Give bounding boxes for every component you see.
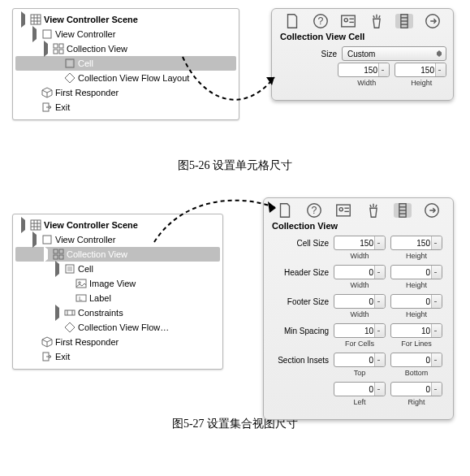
size-select[interactable]: Custom: [342, 46, 446, 61]
tree-row[interactable]: Cell: [15, 262, 220, 276]
sub-label: Width: [334, 252, 386, 260]
value-stepper[interactable]: 150: [390, 236, 442, 250]
tree-row[interactable]: Collection View Flow Layout: [15, 71, 236, 85]
tree-row[interactable]: Cell: [15, 56, 236, 71]
size-group-row: Min Spacing1010: [270, 323, 446, 338]
height-sublabel: Height: [397, 79, 447, 87]
sub-label: Top: [334, 369, 386, 377]
cube-icon: [41, 87, 53, 98]
figure-caption-1: 图5-26 设置单元格尺寸: [8, 158, 462, 173]
tree-row-label: Label: [89, 293, 111, 303]
svg-point-58: [340, 208, 343, 211]
tree-row[interactable]: LLabel: [15, 291, 220, 305]
sub-label: Width: [334, 281, 386, 289]
outline-panel: View Controller SceneView ControllerColl…: [12, 8, 239, 120]
exit-icon: [41, 351, 53, 362]
svg-rect-20: [342, 15, 356, 27]
group-label: Section Insets: [270, 356, 330, 365]
tree-row[interactable]: First Responder: [15, 335, 220, 349]
value-stepper[interactable]: 10: [334, 323, 386, 338]
disclosure-triangle-icon[interactable]: [21, 11, 25, 28]
figure-5-27: View Controller SceneView ControllerColl…: [8, 197, 462, 400]
collection-icon: [53, 249, 64, 260]
value-stepper[interactable]: 0: [390, 265, 442, 279]
svg-line-52: [47, 340, 52, 342]
value-stepper[interactable]: 10: [390, 323, 442, 338]
size-label: Size: [278, 50, 338, 58]
tab-attrs[interactable]: [364, 203, 382, 218]
vc-icon: [41, 28, 53, 40]
tree-row[interactable]: Constraints: [15, 305, 220, 320]
flow-icon: [64, 322, 75, 333]
svg-rect-5: [43, 30, 51, 38]
tab-size[interactable]: [394, 203, 412, 218]
tab-connections[interactable]: [423, 203, 441, 218]
svg-marker-49: [65, 322, 75, 332]
tree-row-label: Image View: [89, 279, 136, 288]
tab-attrs[interactable]: [368, 14, 386, 28]
constraints-icon: [64, 307, 75, 318]
disclosure-triangle-icon[interactable]: [32, 26, 37, 42]
tree-row[interactable]: View Controller Scene: [15, 218, 220, 232]
value-stepper[interactable]: 0: [390, 294, 442, 309]
tree-row[interactable]: View Controller Scene: [15, 12, 236, 27]
svg-rect-41: [67, 266, 72, 271]
value-stepper[interactable]: 0: [334, 382, 386, 396]
tree-row[interactable]: View Controller: [15, 232, 220, 247]
tree-row-label: Collection View Flow Layout: [78, 73, 189, 83]
svg-line-51: [42, 340, 47, 342]
tree-row[interactable]: Collection View: [15, 41, 236, 56]
collection-icon: [53, 43, 64, 54]
group-label: Cell Size: [270, 239, 330, 248]
height-stepper[interactable]: 150: [395, 63, 446, 77]
tree-row[interactable]: Exit: [15, 349, 220, 364]
outline-panel-2: View Controller SceneView ControllerColl…: [12, 214, 223, 370]
svg-point-21: [344, 19, 347, 22]
svg-rect-7: [59, 44, 63, 48]
disclosure-triangle-icon[interactable]: [55, 305, 59, 321]
svg-rect-8: [54, 50, 58, 54]
value-stepper[interactable]: 0: [390, 382, 442, 396]
svg-rect-37: [59, 249, 63, 253]
tab-identity[interactable]: [339, 14, 357, 28]
value-stepper[interactable]: 0: [334, 294, 386, 309]
disclosure-triangle-icon[interactable]: [44, 246, 48, 262]
value-stepper[interactable]: 150: [334, 236, 386, 250]
tab-size[interactable]: [395, 14, 413, 28]
sub-label: Left: [334, 398, 386, 406]
size-group-row: Section Insets00: [270, 353, 446, 367]
disclosure-triangle-icon[interactable]: [21, 217, 25, 233]
outline-rows: View Controller SceneView ControllerColl…: [15, 12, 236, 115]
tab-connections[interactable]: [424, 14, 442, 28]
disclosure-triangle-icon[interactable]: [44, 41, 48, 57]
tree-row[interactable]: First Responder: [15, 85, 236, 100]
sub-label: Height: [390, 310, 442, 318]
tab-help[interactable]: ?: [305, 203, 323, 218]
tab-file[interactable]: [283, 14, 301, 28]
disclosure-triangle-icon[interactable]: [55, 261, 59, 277]
value-stepper[interactable]: 0: [334, 265, 386, 279]
tree-row[interactable]: Collection View Flow…: [15, 320, 220, 335]
dim-row: 150 150: [278, 63, 446, 77]
tree-row[interactable]: Collection View: [15, 247, 220, 262]
value-stepper[interactable]: 0: [334, 353, 386, 367]
value-stepper[interactable]: 0: [390, 353, 442, 367]
cell-icon: [64, 58, 75, 69]
tab-help[interactable]: ?: [312, 14, 330, 28]
tree-row[interactable]: Exit: [15, 100, 236, 115]
tab-identity[interactable]: [334, 203, 352, 218]
tree-row[interactable]: View Controller: [15, 27, 236, 41]
scene-icon: [30, 219, 41, 231]
image-icon: [75, 278, 87, 289]
disclosure-triangle-icon[interactable]: [32, 232, 37, 248]
svg-text:?: ?: [312, 205, 317, 216]
tree-row-label: First Responder: [55, 88, 119, 97]
tree-row[interactable]: Image View: [15, 276, 220, 291]
sub-label: For Lines: [390, 340, 442, 348]
width-stepper[interactable]: 150: [338, 63, 390, 77]
sub-label: Height: [390, 252, 442, 260]
tab-file[interactable]: [276, 203, 294, 218]
svg-rect-39: [59, 255, 63, 259]
tree-row-label: Cell: [78, 58, 93, 68]
tree-row-label: Collection View Flow…: [78, 322, 169, 332]
